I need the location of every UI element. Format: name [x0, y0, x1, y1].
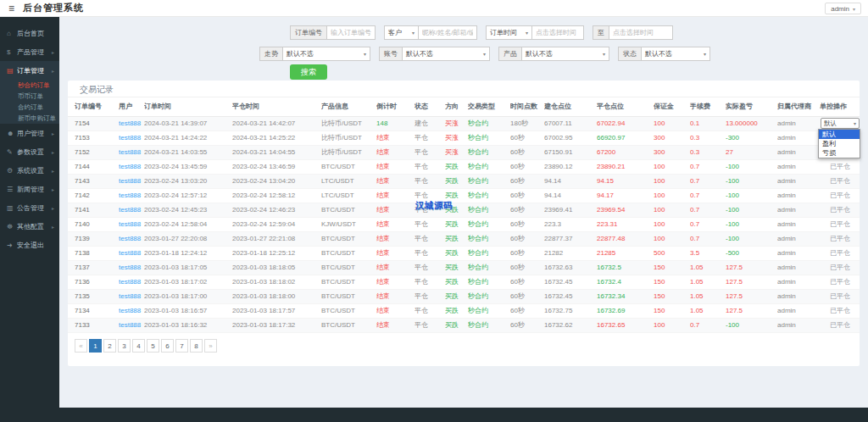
close-price-cell: 67200 — [597, 145, 654, 159]
open-time-cell: 2023-01-18 12:24:12 — [144, 246, 232, 260]
pagination-prev-button[interactable]: « — [75, 339, 87, 353]
user-link[interactable]: test888 — [119, 203, 144, 217]
open-time-cell: 2023-01-03 18:16:57 — [144, 303, 232, 318]
user-link[interactable]: test888 — [119, 116, 144, 130]
dropdown-option[interactable]: 默认 — [819, 130, 860, 139]
time-type-select[interactable]: 订单时间 ▾ — [486, 25, 531, 40]
chevron-right-icon: ▸ — [52, 130, 54, 136]
filter-product: 产品 默认不选 ▾ — [498, 47, 609, 61]
user-link[interactable]: test888 — [119, 174, 144, 188]
pagination-page-4[interactable]: 4 — [132, 339, 145, 353]
close-price-cell: 22877.48 — [597, 231, 654, 246]
pagination-next-button[interactable]: » — [204, 339, 217, 353]
pagination-page-7[interactable]: 7 — [175, 339, 188, 353]
column-header: 时间点数 — [510, 97, 544, 116]
dropdown-option[interactable]: 亏损 — [819, 148, 860, 158]
table-row: 7142test8882023-02-24 12:57:122023-02-24… — [68, 188, 860, 203]
hamburger-menu-icon[interactable]: ≡ — [8, 3, 14, 14]
pagination-page-6[interactable]: 6 — [161, 339, 174, 353]
closed-status-text: 已平仓 — [820, 163, 850, 170]
status-select[interactable]: 默认不选 ▾ — [641, 47, 710, 61]
agent-cell: admin — [777, 130, 820, 145]
account-select[interactable]: 默认不选 ▾ — [402, 47, 490, 61]
countdown-cell: 结束 — [376, 130, 415, 145]
sidebar-subitem-second-contract-orders[interactable]: 秒合约订单 — [0, 80, 59, 91]
user-link[interactable]: test888 — [119, 188, 144, 203]
user-link[interactable]: test888 — [119, 145, 144, 159]
user-link[interactable]: test888 — [119, 289, 144, 303]
customer-type-select[interactable]: 客户 ▾ — [384, 25, 418, 40]
user-link[interactable]: test888 — [119, 159, 144, 174]
margin-cell: 300 — [654, 145, 690, 159]
closed-status-text: 已平仓 — [820, 192, 850, 199]
trade-type-cell: 秒合约 — [468, 217, 510, 231]
pagination-page-3[interactable]: 3 — [118, 339, 131, 353]
customer-input[interactable] — [418, 25, 477, 40]
duration-cell: 60秒 — [510, 217, 544, 231]
closed-status-text: 已平仓 — [820, 206, 850, 214]
gear-icon: ☸ — [7, 223, 17, 230]
margin-cell: 100 — [654, 318, 690, 332]
duration-cell: 60秒 — [510, 246, 544, 260]
countdown-cell: 结束 — [376, 246, 415, 260]
sidebar-item-system[interactable]: ⚙系统设置▸ — [0, 161, 59, 180]
sidebar-item-product[interactable]: $产品管理▸ — [0, 42, 59, 61]
sidebar-item-params[interactable]: ✎参数设置▸ — [0, 142, 59, 161]
sidebar-item-other[interactable]: ☸其他配置▸ — [0, 217, 59, 236]
chevron-down-icon: ▾ — [483, 51, 486, 57]
action-select[interactable]: 默认▾ — [821, 118, 860, 129]
product-select[interactable]: 默认不选 ▾ — [521, 47, 609, 61]
column-header: 订单时间 — [144, 97, 232, 116]
direction-cell: 买涨 — [445, 145, 468, 159]
sidebar-item-dashboard[interactable]: ⌂后台首页 — [0, 24, 59, 42]
dropdown-option[interactable]: 盈利 — [819, 139, 860, 148]
sidebar-subitem-contract-orders[interactable]: 合约订单 — [0, 102, 59, 113]
user-link[interactable]: test888 — [119, 275, 144, 289]
countdown-cell: 结束 — [376, 289, 415, 303]
profit-cell: 127.5 — [726, 275, 777, 289]
order-id-input[interactable] — [326, 25, 376, 40]
user-link[interactable]: test888 — [119, 260, 144, 275]
column-header: 单控操作 — [820, 97, 860, 116]
sidebar-subitem-coin-orders[interactable]: 币币订单 — [0, 91, 59, 102]
profit-cell: 13.000000 — [726, 116, 777, 130]
user-link[interactable]: test888 — [119, 318, 144, 332]
order-id-cell: 7134 — [68, 303, 119, 318]
trade-type-cell: 秒合约 — [468, 289, 510, 303]
filter-row-1: 订单编号 客户 ▾ 订单时间 ▾ 至 — [290, 25, 673, 40]
sidebar-item-user[interactable]: ☻用户管理▸ — [0, 124, 59, 142]
order-id-cell: 7154 — [68, 116, 119, 130]
column-header: 保证金 — [654, 97, 690, 116]
sidebar-subitem-new-coin-orders[interactable]: 新币申购订单 — [0, 113, 59, 124]
list-icon: ☰ — [7, 186, 17, 193]
trend-select[interactable]: 默认不选 ▾ — [282, 47, 370, 61]
user-link[interactable]: test888 — [119, 217, 144, 231]
sidebar-item-notice[interactable]: ▥公告管理▸ — [0, 198, 59, 217]
pagination-page-1[interactable]: 1 — [89, 339, 102, 353]
chevron-right-icon: ▸ — [52, 186, 54, 192]
action-cell: 已平仓 — [820, 260, 860, 275]
pagination-page-2[interactable]: 2 — [103, 339, 116, 353]
sidebar-item-news[interactable]: ☰新闻管理▸ — [0, 180, 59, 198]
profit-cell: -100 — [726, 318, 777, 332]
pagination-page-8[interactable]: 8 — [190, 339, 203, 353]
fee-cell: 0.3 — [690, 130, 726, 145]
user-menu-button[interactable]: admin ▾ — [825, 3, 861, 14]
user-link[interactable]: test888 — [119, 303, 144, 318]
column-header: 平仓点位 — [597, 97, 654, 116]
user-link[interactable]: test888 — [119, 246, 144, 260]
sidebar-item-logout[interactable]: ➜安全退出 — [0, 236, 59, 254]
product-cell: LTC/USDT — [321, 174, 376, 188]
open-time-cell: 2023-01-03 18:16:32 — [144, 318, 232, 332]
open-time-cell: 2023-01-03 18:17:02 — [144, 275, 232, 289]
close-price-cell: 67022.94 — [597, 116, 654, 130]
search-button[interactable]: 搜索 — [290, 64, 327, 80]
status-label: 状态 — [618, 47, 641, 61]
user-link[interactable]: test888 — [119, 130, 144, 145]
open-time-cell: 2023-02-24 13:03:20 — [144, 174, 232, 188]
pagination-page-5[interactable]: 5 — [147, 339, 159, 353]
sidebar-item-order[interactable]: ▤订单管理▸ — [0, 61, 59, 80]
time-end-input[interactable] — [609, 25, 673, 40]
time-start-input[interactable] — [531, 25, 584, 40]
user-link[interactable]: test888 — [119, 231, 144, 246]
